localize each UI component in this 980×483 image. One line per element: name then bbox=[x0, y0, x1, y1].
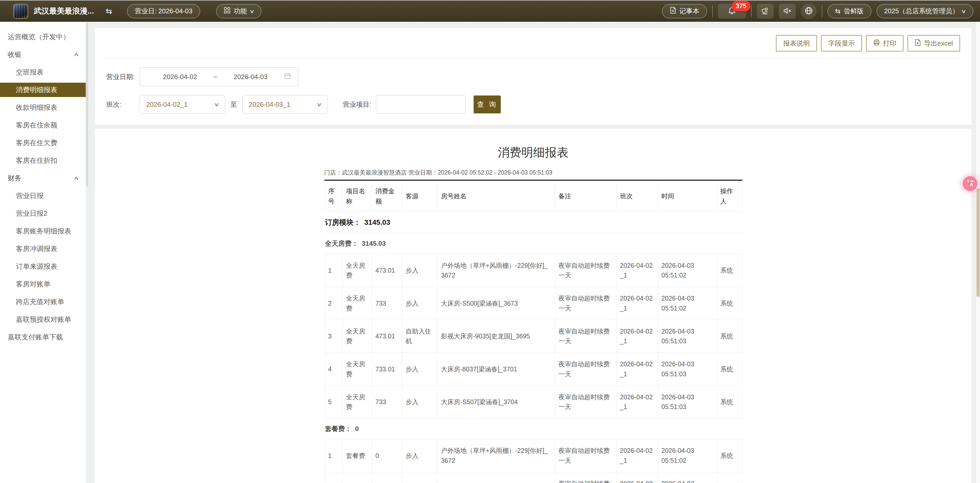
sidebar-item-finance[interactable]: 财务∧ bbox=[0, 171, 88, 185]
shift-from-select[interactable]: 2026-04-02_1 ∨ bbox=[140, 95, 225, 114]
translate-icon: A bbox=[966, 178, 975, 189]
export-excel-button[interactable]: 导出excel bbox=[908, 35, 960, 51]
table-row: 4全天房费733.01步入大床房-8037[梁涵春]_3701夜审自动超时续费一… bbox=[325, 353, 742, 386]
window-scrollbar bbox=[976, 22, 980, 483]
user-label: 2025（总店系统管理员） bbox=[884, 6, 959, 16]
query-button[interactable]: 查 询 bbox=[474, 95, 501, 113]
table-cell: 2026-04-03 05:51:02 bbox=[658, 287, 717, 320]
sidebar-item-room-statement[interactable]: 客房对账单 bbox=[0, 277, 88, 291]
group-total-value: 3145.03 bbox=[364, 218, 390, 226]
report-meta: 门店：武汉最美最浪漫智慧酒店 营业日期：2026-04-02 05:52:02 … bbox=[325, 169, 742, 176]
shift-filter-row: 班次: 2026-04-02_1 ∨ 至 2026-04-03_1 ∨ 营业项目… bbox=[106, 95, 960, 114]
panel-divider bbox=[106, 58, 960, 59]
calendar-icon bbox=[284, 72, 291, 81]
date-to-value[interactable]: 2026-04-03 bbox=[217, 73, 284, 81]
trial-swap-icon: ⇆ bbox=[835, 7, 841, 15]
translate-float-button[interactable]: A bbox=[963, 176, 977, 191]
language-button[interactable] bbox=[801, 3, 817, 19]
table-cell: 系统 bbox=[717, 254, 742, 287]
sidebar-item-business-daily-2[interactable]: 营业日报2 bbox=[0, 206, 88, 221]
sidebar-item-room-adjustment-report[interactable]: 客房冲调报表 bbox=[0, 242, 88, 256]
shift-to-label: 至 bbox=[231, 100, 237, 109]
hotel-logo[interactable] bbox=[13, 4, 28, 19]
notepad-button[interactable]: 记事本 bbox=[662, 4, 707, 18]
trial-version-button[interactable]: ⇆ 尝鲜版 bbox=[827, 4, 872, 18]
table-cell: 473.01 bbox=[372, 320, 402, 353]
sidebar-item-payment-detail-report[interactable]: 收款明细报表 bbox=[0, 100, 88, 115]
sidebar-item-order-source-report[interactable]: 订单来源报表 bbox=[0, 259, 88, 273]
sidebar-item-shift-report[interactable]: 交班报表 bbox=[0, 65, 88, 79]
print-button[interactable]: 打印 bbox=[866, 35, 904, 51]
shift-to-select[interactable]: 2026-04-03_1 ∨ bbox=[242, 95, 328, 114]
sidebar-item-business-daily[interactable]: 营业日报 bbox=[0, 189, 88, 203]
table-cell: 2026-04-02_1 bbox=[616, 472, 658, 483]
table-cell: 夜审自动超时续费一天 bbox=[555, 287, 616, 320]
sidebar-item-cross-store-recharge-statement[interactable]: 跨店充值对账单 bbox=[0, 295, 88, 309]
sidebar-item-room-inhouse-arrears[interactable]: 客房在住欠费 bbox=[0, 136, 88, 150]
filter-panel: 报表说明 字段显示 打印 bbox=[95, 28, 972, 125]
user-menu[interactable]: 2025（总店系统管理员） ∨ bbox=[877, 4, 974, 18]
notification-badge: 375 bbox=[732, 1, 751, 11]
table-cell: 系统 bbox=[717, 287, 742, 320]
date-range-picker[interactable]: 2026-04-02 ~ 2026-04-03 bbox=[140, 67, 298, 86]
table-cell: 473.01 bbox=[372, 254, 402, 287]
report-content: 消费明细报表 门店：武汉最美最浪漫智慧酒店 营业日期：2026-04-02 05… bbox=[325, 145, 742, 483]
business-day-label: 营业日: 2026-04-03 bbox=[135, 6, 192, 16]
functions-button[interactable]: 功能 ∨ bbox=[216, 4, 262, 18]
functions-label: 功能 bbox=[234, 6, 247, 16]
notepad-label: 记事本 bbox=[679, 6, 699, 16]
date-from-value[interactable]: 2026-04-02 bbox=[147, 73, 213, 81]
table-header-cell: 消费金额 bbox=[372, 180, 402, 212]
table-cell: 大床房-S507[梁涵春]_3704 bbox=[437, 386, 555, 418]
sidebar-item-jialian-preauth-statement[interactable]: 嘉联预授权对账单 bbox=[0, 312, 88, 327]
table-cell: 步入 bbox=[402, 254, 437, 287]
table-cell: 0 bbox=[372, 439, 402, 472]
section-label: 财务 bbox=[8, 171, 22, 185]
sidebar-item-jialian-pay-bill-download[interactable]: 嘉联支付账单下载 bbox=[0, 330, 88, 344]
table-cell: 733 bbox=[372, 386, 402, 418]
table-row: 3全天房费473.01自助入住机影视大床房-9035[史龙国]_3695夜审自动… bbox=[325, 320, 742, 353]
table-cell: 大床房-8037[梁涵春]_3701 bbox=[437, 353, 555, 386]
consumption-table: 序号项目名称消费金额客源房号姓名备注班次时间操作人 订房模块：3145.03全天… bbox=[325, 180, 743, 483]
report-explain-button[interactable]: 报表说明 bbox=[776, 35, 817, 51]
business-day-button[interactable]: 营业日: 2026-04-03 bbox=[127, 4, 200, 18]
table-cell: 2026-04-02_1 bbox=[616, 439, 658, 472]
table-cell: 系统 bbox=[717, 386, 742, 418]
sidebar-scrollbar-thumb[interactable] bbox=[86, 23, 88, 187]
report-title: 消费明细报表 bbox=[325, 145, 742, 160]
mute-button[interactable] bbox=[779, 4, 795, 19]
sidebar-item-consumption-detail-report[interactable]: 消费明细报表 bbox=[0, 83, 88, 97]
field-display-button[interactable]: 字段显示 bbox=[821, 35, 862, 51]
window-scrollbar-thumb[interactable] bbox=[977, 188, 980, 297]
table-cell: 夜审自动超时续费一天 bbox=[555, 320, 616, 353]
table-cell: 全天房费 bbox=[342, 254, 372, 287]
paint-bucket-icon bbox=[761, 6, 770, 16]
table-group-row: 订房模块：3145.03 bbox=[325, 212, 742, 233]
collapse-arrow-icon: ∧ bbox=[73, 48, 80, 62]
sidebar-item-room-account-detail-report[interactable]: 客房账务明细报表 bbox=[0, 224, 88, 238]
table-row: 5全天房费733步入大床房-S507[梁涵春]_3704夜审自动超时续费一天20… bbox=[325, 386, 742, 418]
table-header-row: 序号项目名称消费金额客源房号姓名备注班次时间操作人 bbox=[325, 180, 742, 212]
table-cell: 夜审自动超时续费一天 bbox=[555, 353, 616, 386]
excel-file-icon bbox=[915, 39, 921, 48]
sidebar-item-room-inhouse-balance[interactable]: 客房在住余额 bbox=[0, 118, 88, 132]
switch-store-icon[interactable]: ⇆ bbox=[106, 6, 112, 16]
sidebar-item-room-inhouse-discount[interactable]: 客房在住折扣 bbox=[0, 153, 88, 168]
table-cell: 系统 bbox=[717, 439, 742, 472]
export-excel-label: 导出excel bbox=[924, 39, 953, 48]
table-cell: 4 bbox=[325, 353, 342, 386]
table-cell: 2 bbox=[325, 472, 342, 483]
notifications-button[interactable]: 375 bbox=[718, 4, 746, 19]
table-cell: 步入 bbox=[402, 287, 437, 320]
query-label: 查 询 bbox=[477, 100, 498, 109]
project-input[interactable] bbox=[376, 95, 465, 114]
chevron-down-icon: ∨ bbox=[249, 8, 255, 14]
table-cell: 系统 bbox=[717, 472, 742, 483]
theme-skin-button[interactable] bbox=[757, 4, 774, 19]
globe-icon bbox=[804, 6, 813, 16]
table-cell: 2026-04-03 05:51:02 bbox=[658, 439, 717, 472]
sidebar-item-cashier[interactable]: 收银∧ bbox=[0, 48, 88, 62]
table-row: 1全天房费473.01步入户外场地（草坪+风雨棚）-229[你好]_3672夜审… bbox=[325, 254, 742, 287]
project-label: 营业项目: bbox=[343, 100, 371, 109]
sidebar-item-operations-overview[interactable]: 运营概览（开发中） bbox=[0, 30, 88, 44]
